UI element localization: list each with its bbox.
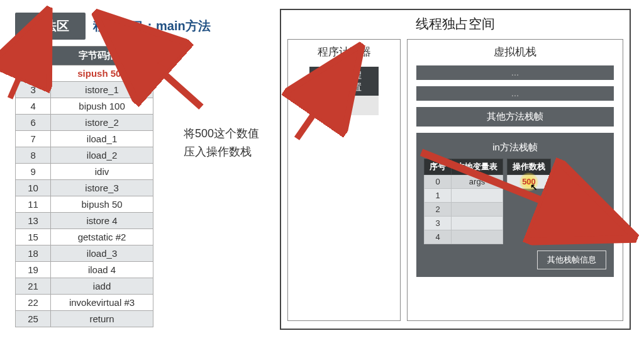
operand-stack-table: 操作数栈 500 ↖ [507, 159, 551, 189]
table-row: 3istore_1 [16, 82, 153, 98]
lvt-val [452, 203, 503, 217]
row-index: 13 [16, 213, 51, 229]
row-instr: istore_1 [51, 82, 153, 98]
row-instr: invokevirtual #3 [51, 295, 153, 311]
row-instr: istore_3 [51, 180, 153, 196]
thread-space-panel: 线程独占空间 程序计数器 当前线程 执行位置 0 虚拟机栈 … … 其他方法栈帧… [280, 9, 631, 330]
table-row: 11bipush 50 [16, 196, 153, 213]
pc-value: 0 [309, 96, 379, 115]
entry-label: 程序入口：main方法 [93, 18, 211, 35]
row-instr: iload_2 [51, 147, 153, 164]
vm-stack-box: 虚拟机栈 … … 其他方法栈帧 in方法栈帧 序号 本地变量表 0args123… [407, 39, 623, 321]
op-stack-top: 500 ↖ [508, 175, 551, 189]
table-row: 8iload_2 [16, 147, 153, 164]
table-row: 0sipush 500 [16, 65, 153, 82]
local-var-table: 序号 本地变量表 0args1234 [424, 159, 503, 244]
main-frame: in方法栈帧 序号 本地变量表 0args1234 操作数栈 [416, 133, 614, 277]
table-row: 7iload_1 [16, 131, 153, 147]
row-index: 18 [16, 245, 51, 262]
program-counter-box: 程序计数器 当前线程 执行位置 0 [287, 39, 401, 321]
vm-stack-label: 虚拟机栈 [408, 45, 623, 59]
table-row: 9idiv [16, 164, 153, 180]
table-row: 1 [425, 189, 503, 203]
table-row: 3 [425, 217, 503, 230]
bytecode-table: 序号 字节码指令 0sipush 5003istore_14bipush 100… [15, 46, 153, 327]
main-frame-title: in方法栈帧 [424, 142, 606, 154]
method-area-panel: 方法区 程序入口：main方法 序号 字节码指令 0sipush 5003ist… [15, 13, 273, 327]
lvt-col-idx: 序号 [425, 159, 452, 175]
row-instr: iload 4 [51, 262, 153, 278]
row-index: 11 [16, 196, 51, 213]
row-index: 3 [16, 82, 51, 98]
row-instr: bipush 100 [51, 98, 153, 115]
lvt-idx: 2 [425, 203, 452, 217]
note-line2: 压入操作数栈 [184, 143, 259, 161]
method-area-header: 方法区 程序入口：main方法 [15, 13, 273, 40]
row-index: 6 [16, 115, 51, 131]
stack-slot-ellipsis: … [416, 65, 614, 80]
lvt-val [452, 217, 503, 230]
note-line1: 将500这个数值 [184, 125, 259, 143]
other-frame-bar: 其他方法栈帧 [416, 107, 614, 127]
table-row: 4bipush 100 [16, 98, 153, 115]
table-row: 13istore 4 [16, 213, 153, 229]
row-instr: iload_3 [51, 245, 153, 262]
lvt-idx: 3 [425, 217, 452, 230]
row-instr: bipush 50 [51, 196, 153, 213]
row-index: 8 [16, 147, 51, 164]
table-row: 18iload_3 [16, 245, 153, 262]
cursor-icon: ↖ [530, 182, 538, 192]
row-index: 15 [16, 229, 51, 245]
table-row: 22invokevirtual #3 [16, 295, 153, 311]
row-index: 4 [16, 98, 51, 115]
row-instr: iadd [51, 278, 153, 295]
col-instr: 字节码指令 [51, 47, 153, 65]
row-index: 21 [16, 278, 51, 295]
row-instr: getstatic #2 [51, 229, 153, 245]
lvt-val: args [452, 175, 503, 189]
lvt-idx: 0 [425, 175, 452, 189]
lvt-idx: 1 [425, 189, 452, 203]
stack-slot-ellipsis: … [416, 86, 614, 101]
table-row: 4 [425, 230, 503, 244]
lvt-idx: 4 [425, 230, 452, 244]
row-index: 9 [16, 164, 51, 180]
row-index: 10 [16, 180, 51, 196]
pc-label: 程序计数器 [288, 45, 400, 59]
row-instr: iload_1 [51, 131, 153, 147]
table-row: 10istore_3 [16, 180, 153, 196]
table-row: 6istore_2 [16, 115, 153, 131]
table-row: 19iload 4 [16, 262, 153, 278]
method-area-badge: 方法区 [15, 13, 86, 40]
table-row: 21iadd [16, 278, 153, 295]
row-instr: istore 4 [51, 213, 153, 229]
row-index: 19 [16, 262, 51, 278]
row-instr: return [51, 311, 153, 327]
other-frame-info: 其他栈帧信息 [537, 251, 606, 269]
row-index: 22 [16, 295, 51, 311]
thread-space-title: 线程独占空间 [281, 10, 630, 35]
row-instr: sipush 500 [51, 65, 153, 82]
row-index: 25 [16, 311, 51, 327]
table-row: 25return [16, 311, 153, 327]
row-index: 7 [16, 131, 51, 147]
row-instr: idiv [51, 164, 153, 180]
col-index: 序号 [16, 47, 51, 65]
annotation-note: 将500这个数值 压入操作数栈 [184, 125, 259, 161]
row-index: 0 [16, 65, 51, 82]
pc-current-label: 当前线程 执行位置 [309, 67, 379, 96]
lvt-col-name: 本地变量表 [452, 159, 503, 175]
lvt-val [452, 189, 503, 203]
row-instr: istore_2 [51, 115, 153, 131]
table-row: 0args [425, 175, 503, 189]
lvt-val [452, 230, 503, 244]
table-row: 2 [425, 203, 503, 217]
table-row: 15getstatic #2 [16, 229, 153, 245]
